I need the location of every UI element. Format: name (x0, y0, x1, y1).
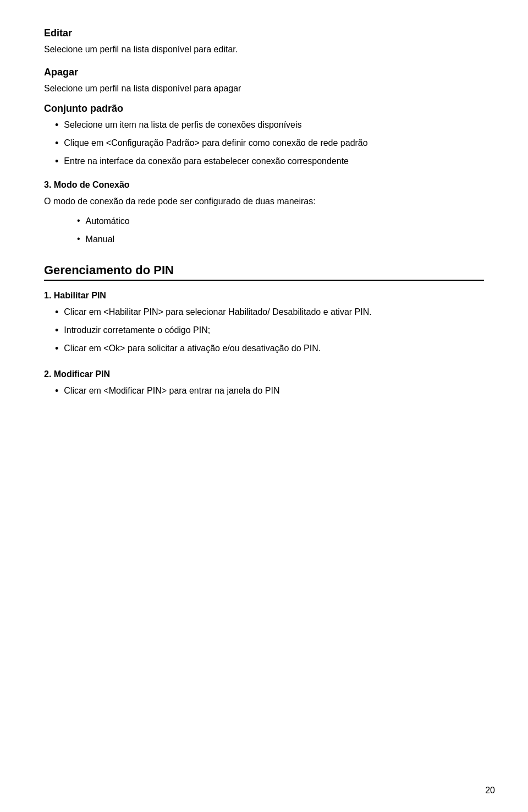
page-number: 20 (485, 786, 495, 795)
gerenciamento-pin-section: Gerenciamento do PIN 1. Habilitar PIN • … (44, 263, 484, 399)
conjunto-padrao-section: Conjunto padrão • Selecione um item na l… (44, 103, 484, 169)
gerenciamento-pin-heading: Gerenciamento do PIN (44, 263, 484, 281)
editar-section: Editar Selecione um perfil na lista disp… (44, 28, 484, 57)
habilitar-bullet-1: • Clicar em <Habilitar PIN> para selecio… (44, 305, 484, 320)
habilitar-bullet-3: • Clicar em <Ok> para solicitar a ativaç… (44, 341, 484, 356)
editar-heading: Editar (44, 28, 484, 39)
bullet-icon-manual: • (77, 232, 80, 246)
apagar-section: Apagar Selecione um perfil na lista disp… (44, 67, 484, 96)
bullet-icon-m1: • (55, 384, 58, 399)
modo-bullet-automatico: • Automático (44, 214, 484, 228)
habilitar-bullet-text-2: Introduzir corretamente o código PIN; (64, 323, 210, 337)
apagar-heading: Apagar (44, 67, 484, 78)
habilitar-pin-heading: 1. Habilitar PIN (44, 291, 484, 301)
conjunto-bullet-text-1: Selecione um item na lista de perfis de … (64, 118, 301, 132)
modo-conexao-intro: O modo de conexão da rede pode ser confi… (44, 194, 484, 209)
habilitar-bullet-text-3: Clicar em <Ok> para solicitar a ativação… (64, 341, 321, 356)
modificar-bullet-1: • Clicar em <Modificar PIN> para entrar … (44, 384, 484, 399)
modo-bullet-text-automatico: Automático (86, 214, 130, 228)
bullet-icon-h3: • (55, 341, 58, 356)
bullet-icon-automatico: • (77, 214, 80, 227)
bullet-icon-h2: • (55, 323, 58, 338)
bullet-icon-3: • (55, 154, 58, 169)
modo-conexao-section: 3. Modo de Conexão O modo de conexão da … (44, 180, 484, 247)
bullet-icon-h1: • (55, 305, 58, 320)
modo-bullet-manual: • Manual (44, 232, 484, 247)
conjunto-bullet-text-2: Clique em <Configuração Padrão> para def… (64, 136, 367, 150)
editar-text: Selecione um perfil na lista disponível … (44, 42, 484, 57)
bullet-icon-1: • (55, 118, 58, 133)
modo-bullet-text-manual: Manual (86, 232, 114, 247)
habilitar-bullet-2: • Introduzir corretamente o código PIN; (44, 323, 484, 338)
conjunto-padrao-heading: Conjunto padrão (44, 103, 484, 115)
habilitar-pin-section: 1. Habilitar PIN • Clicar em <Habilitar … (44, 291, 484, 356)
modo-conexao-heading: 3. Modo de Conexão (44, 180, 484, 190)
bullet-icon-2: • (55, 136, 58, 151)
conjunto-bullet-2: • Clique em <Configuração Padrão> para d… (44, 136, 484, 151)
modificar-bullet-text-1: Clicar em <Modificar PIN> para entrar na… (64, 384, 279, 398)
conjunto-bullet-1: • Selecione um item na lista de perfis d… (44, 118, 484, 133)
habilitar-bullet-text-1: Clicar em <Habilitar PIN> para seleciona… (64, 305, 371, 319)
conjunto-bullet-text-3: Entre na interface da conexão para estab… (64, 154, 349, 168)
modificar-pin-heading: 2. Modificar PIN (44, 369, 484, 379)
conjunto-bullet-3: • Entre na interface da conexão para est… (44, 154, 484, 169)
apagar-text: Selecione um perfil na lista disponível … (44, 81, 484, 96)
modificar-pin-section: 2. Modificar PIN • Clicar em <Modificar … (44, 369, 484, 399)
